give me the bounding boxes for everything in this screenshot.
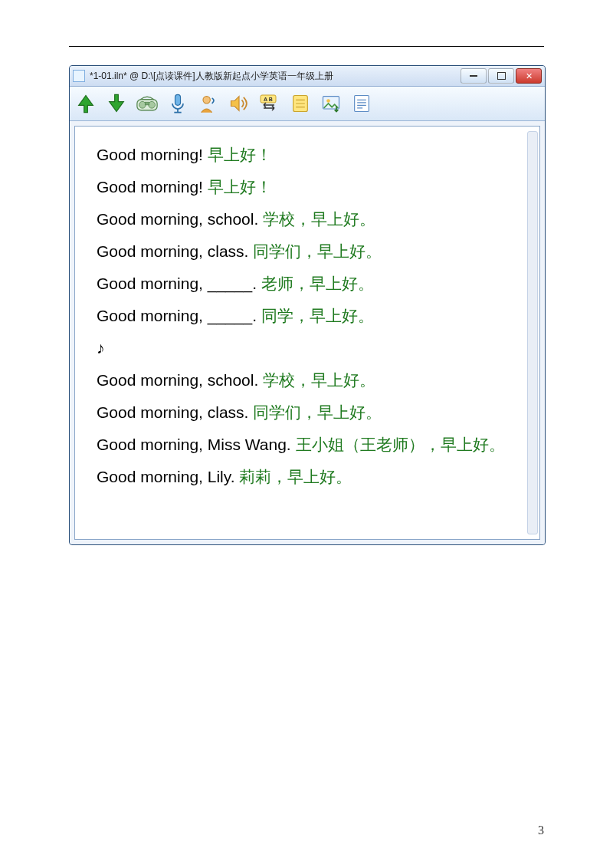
close-button[interactable]: [516, 68, 542, 84]
english-text: Good morning, Miss Wang.: [97, 436, 296, 453]
document-page: *1-01.iln* @ D:\[点读课件]人教版新起点小学英语一年级上册: [0, 0, 613, 868]
music-note-icon: ♪: [97, 332, 524, 364]
arrow-up-icon[interactable]: [74, 92, 97, 115]
chinese-text: 老师，早上好。: [261, 275, 374, 292]
text-line: Good morning, class. 同学们，早上好。: [97, 235, 524, 268]
page-number: 3: [538, 824, 544, 837]
chinese-text: 学校，早上好。: [263, 210, 375, 228]
microphone-icon[interactable]: [166, 92, 189, 115]
minimize-button[interactable]: [461, 68, 487, 84]
chinese-text: 同学们，早上好。: [253, 403, 382, 421]
english-text: Good morning, class.: [97, 403, 253, 421]
english-text: Good morning, Lily.: [97, 468, 239, 485]
note-icon[interactable]: [289, 92, 312, 115]
text-line: Good morning, _____. 老师，早上好。: [97, 268, 524, 300]
speaker-icon[interactable]: [228, 92, 251, 115]
english-text: Good morning, _____.: [97, 275, 261, 292]
text-line: Good morning, _____. 同学，早上好。: [97, 300, 524, 332]
person-speaker-icon[interactable]: [197, 92, 220, 115]
text-line: Good morning! 早上好！: [97, 139, 524, 171]
app-window: *1-01.iln* @ D:\[点读课件]人教版新起点小学英语一年级上册: [69, 65, 546, 545]
english-text: Good morning, school.: [97, 371, 263, 389]
image-icon[interactable]: [320, 92, 343, 115]
text-line: Good morning, class. 同学们，早上好。: [97, 396, 524, 429]
english-text: Good morning, school.: [97, 210, 263, 228]
window-controls: [461, 68, 542, 84]
content-frame: Good morning! 早上好！Good morning! 早上好！Good…: [70, 121, 545, 544]
chinese-text: 学校，早上好。: [263, 371, 375, 389]
window-titlebar: *1-01.iln* @ D:\[点读课件]人教版新起点小学英语一年级上册: [70, 66, 545, 87]
svg-point-15: [326, 99, 330, 103]
english-text: Good morning!: [97, 178, 208, 196]
svg-rect-3: [145, 102, 149, 105]
chinese-text: 莉莉，早上好。: [239, 468, 352, 485]
text-line: Good morning, school. 学校，早上好。: [97, 203, 524, 235]
window-title: *1-01.iln* @ D:\[点读课件]人教版新起点小学英语一年级上册: [90, 70, 461, 83]
maximize-button[interactable]: [488, 68, 514, 84]
english-text: Good morning, _____.: [97, 307, 261, 324]
toolbar: A B: [70, 87, 545, 121]
svg-text:A B: A B: [264, 97, 273, 102]
chinese-text: 同学们，早上好。: [253, 242, 382, 260]
english-text: Good morning!: [97, 146, 208, 163]
app-icon: [73, 70, 85, 82]
lines-container: Good morning! 早上好！Good morning! 早上好！Good…: [97, 139, 524, 493]
svg-rect-4: [175, 94, 181, 105]
arrow-down-icon[interactable]: [105, 92, 128, 115]
text-line: Good morning! 早上好！: [97, 171, 524, 203]
top-horizontal-rule: [69, 46, 544, 47]
svg-rect-16: [355, 96, 369, 112]
english-text: Good morning, class.: [97, 242, 253, 260]
chinese-text: 早上好！: [208, 178, 272, 196]
ab-loop-icon[interactable]: A B: [258, 92, 281, 115]
chinese-text: 王小姐（王老师），早上好。: [296, 436, 505, 453]
text-doc-icon[interactable]: [350, 92, 373, 115]
text-line: Good morning, Miss Wang. 王小姐（王老师），早上好。: [97, 429, 524, 461]
text-line: Good morning, Lily. 莉莉，早上好。: [97, 461, 524, 493]
scrollbar[interactable]: [527, 131, 538, 534]
chinese-text: 早上好！: [208, 146, 272, 163]
content-area: Good morning! 早上好！Good morning! 早上好！Good…: [74, 126, 540, 540]
text-line: Good morning, school. 学校，早上好。: [97, 364, 524, 396]
chinese-text: 同学，早上好。: [261, 307, 374, 324]
boombox-icon[interactable]: [136, 92, 159, 115]
svg-point-7: [203, 97, 210, 104]
